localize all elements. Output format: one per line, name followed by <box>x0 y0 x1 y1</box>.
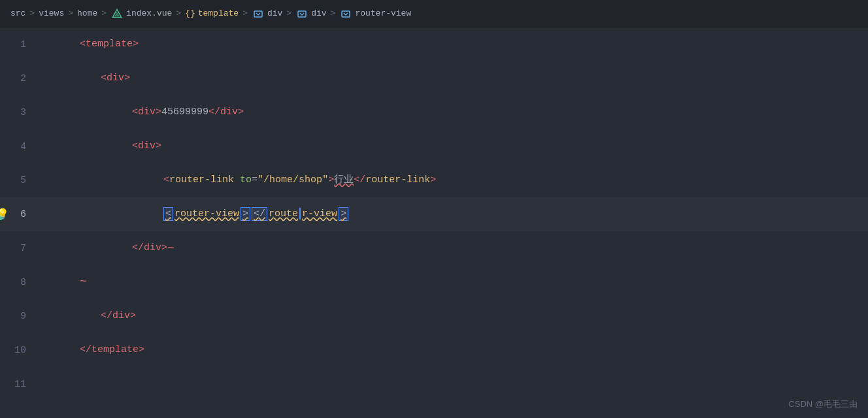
line-number-10: 10 <box>0 345 39 356</box>
line-number-9: 9 <box>0 311 39 322</box>
line-number-7: 7 <box>0 243 39 254</box>
line-number-11: 11 <box>0 379 39 390</box>
editor: 1 <template> 2 <div> 3 <div>45699999</di… <box>0 27 868 418</box>
line-10: 10 </template> <box>0 333 868 367</box>
line-number-3: 3 <box>0 107 39 118</box>
line-number-4: 4 <box>0 141 39 152</box>
line-11: 11 <box>0 367 868 401</box>
lightbulb-icon[interactable]: 💡 <box>0 208 9 221</box>
line-number-2: 2 <box>0 73 39 84</box>
line-number-8: 8 <box>0 277 39 288</box>
line-number-1: 1 <box>0 39 39 50</box>
watermark: CSDN @毛毛三由 <box>788 398 858 410</box>
line-number-6: 💡 6 <box>0 209 39 220</box>
bc-sep1: > <box>29 8 35 18</box>
bc-src[interactable]: src <box>10 8 25 18</box>
line-number-5: 5 <box>0 175 39 186</box>
